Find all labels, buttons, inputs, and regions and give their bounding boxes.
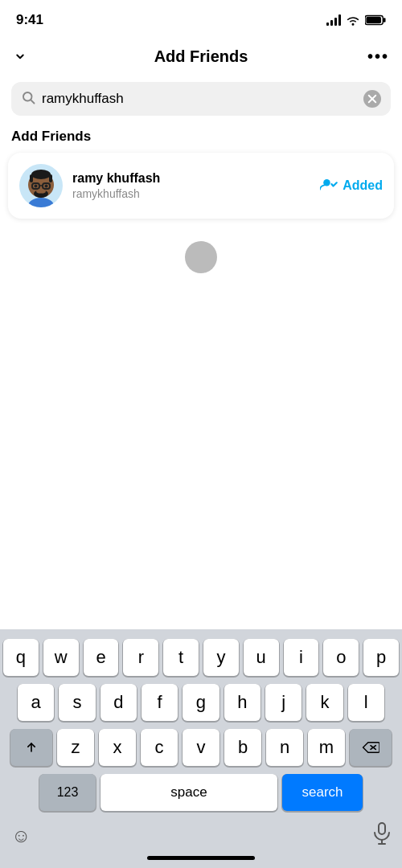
page-title: Add Friends [154, 47, 248, 66]
friend-username: ramykhuffash [72, 187, 310, 200]
key-o[interactable]: o [323, 639, 359, 676]
battery-icon [365, 14, 386, 26]
emoji-button[interactable]: ☺ [11, 825, 31, 847]
home-indicator [147, 856, 255, 860]
more-options-button[interactable]: ••• [357, 47, 389, 66]
search-bar[interactable] [11, 82, 391, 116]
svg-point-18 [28, 198, 54, 207]
search-input[interactable] [42, 91, 357, 107]
avatar [19, 164, 63, 207]
avatar-image [19, 164, 63, 207]
svg-rect-1 [384, 18, 386, 23]
svg-rect-24 [379, 823, 385, 834]
header: Add Friends ••• [0, 35, 402, 77]
key-w[interactable]: w [43, 639, 79, 676]
key-f[interactable]: f [142, 684, 178, 721]
svg-point-17 [36, 189, 46, 194]
key-g[interactable]: g [183, 684, 219, 721]
keyboard-bottom-bar: ☺ [3, 819, 399, 851]
friend-card: ramy khuffash ramykhuffash Added [8, 153, 394, 219]
key-p[interactable]: p [363, 639, 399, 676]
wifi-icon [346, 14, 360, 26]
keyboard-row-1: q w e r t y u i o p [3, 639, 399, 676]
status-time: 9:41 [16, 12, 43, 28]
delete-key[interactable] [350, 729, 392, 766]
friend-name: ramy khuffash [72, 171, 310, 186]
key-b[interactable]: b [224, 729, 261, 766]
key-n[interactable]: n [266, 729, 303, 766]
search-key[interactable]: search [282, 774, 363, 811]
svg-point-14 [35, 185, 38, 188]
key-k[interactable]: k [306, 684, 343, 721]
added-button[interactable]: Added [320, 177, 383, 195]
key-m[interactable]: m [308, 729, 345, 766]
key-u[interactable]: u [244, 639, 279, 676]
key-e[interactable]: e [84, 639, 119, 676]
added-icon [320, 177, 338, 195]
numbers-key[interactable]: 123 [39, 774, 96, 811]
status-bar: 9:41 [0, 0, 402, 35]
key-v[interactable]: v [183, 729, 219, 766]
key-z[interactable]: z [57, 729, 94, 766]
keyboard-row-3: z x c v b n m [3, 729, 399, 766]
space-key[interactable]: space [100, 774, 277, 811]
added-label: Added [343, 178, 383, 193]
key-a[interactable]: a [18, 684, 54, 721]
key-x[interactable]: x [99, 729, 136, 766]
svg-point-8 [31, 170, 51, 179]
status-icons [326, 14, 386, 26]
friend-info: ramy khuffash ramykhuffash [72, 171, 310, 200]
svg-line-4 [31, 100, 34, 103]
keyboard: q w e r t y u i o p a s d f g h j k l z … [0, 629, 402, 868]
key-s[interactable]: s [59, 684, 95, 721]
key-q[interactable]: q [3, 639, 39, 676]
shift-key[interactable] [10, 729, 52, 766]
key-d[interactable]: d [100, 684, 137, 721]
keyboard-row-4: 123 space search [3, 774, 399, 811]
loading-indicator [185, 241, 217, 273]
svg-rect-9 [30, 174, 33, 182]
clear-search-button[interactable] [363, 90, 381, 108]
search-icon [21, 90, 35, 108]
signal-icon [326, 14, 341, 26]
key-y[interactable]: y [203, 639, 239, 676]
key-i[interactable]: i [284, 639, 319, 676]
search-bar-container [0, 77, 402, 125]
key-t[interactable]: t [163, 639, 199, 676]
svg-rect-2 [366, 17, 381, 23]
svg-point-19 [37, 194, 45, 198]
microphone-button[interactable] [373, 822, 391, 850]
key-j[interactable]: j [265, 684, 302, 721]
key-h[interactable]: h [224, 684, 260, 721]
key-l[interactable]: l [348, 684, 384, 721]
section-label: Add Friends [0, 125, 402, 153]
back-button[interactable] [13, 49, 45, 63]
key-r[interactable]: r [123, 639, 158, 676]
svg-rect-10 [49, 174, 52, 182]
keyboard-row-2: a s d f g h j k l [3, 684, 399, 721]
svg-point-15 [45, 185, 48, 188]
key-c[interactable]: c [141, 729, 178, 766]
